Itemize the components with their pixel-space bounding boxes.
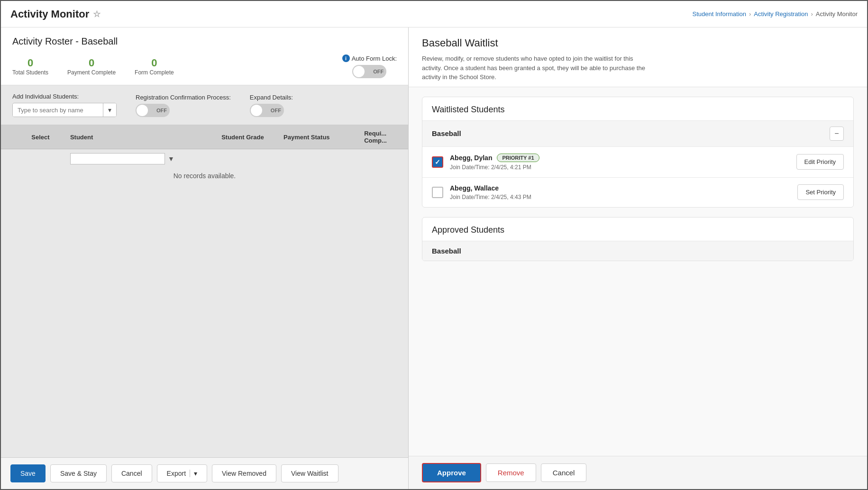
total-students-value: 0	[27, 57, 33, 69]
controls-row: Add Individual Students: ▾ Registration …	[1, 85, 408, 125]
waitlist-description: Review, modify, or remove students who h…	[422, 54, 649, 82]
auto-form-lock: i Auto Form Lock: OFF	[342, 54, 397, 78]
auto-form-lock-info-icon[interactable]: i	[342, 54, 350, 62]
auto-form-lock-toggle[interactable]: OFF	[352, 65, 386, 78]
breadcrumb-sep-2: ›	[811, 10, 813, 18]
view-removed-button[interactable]: View Removed	[212, 464, 276, 482]
auto-form-lock-toggle-label: OFF	[373, 69, 384, 74]
expand-details-label: Expand Details:	[250, 94, 293, 101]
waitlisted-student-1: ✓ Abegg, Dylan PRIORITY #1 Join Date/Tim…	[422, 146, 853, 177]
add-students-label: Add Individual Students:	[12, 93, 117, 100]
waitlisted-section-title: Waitlisted Students	[422, 97, 853, 120]
approve-button[interactable]: Approve	[422, 463, 481, 482]
filter-student-cell: ▼	[64, 149, 216, 169]
th-select: Select	[26, 125, 64, 149]
breadcrumb: Student Information › Activity Registrat…	[693, 10, 858, 18]
expand-details-group: Expand Details: OFF	[250, 94, 293, 117]
save-button[interactable]: Save	[10, 464, 46, 482]
bottom-bar: Save Save & Stay Cancel Export ▾ View Re…	[1, 457, 408, 489]
reg-confirmation-toggle[interactable]: OFF	[136, 104, 170, 117]
filter-empty-2	[26, 149, 64, 169]
left-panel: Activity Roster - Baseball 0 Total Stude…	[1, 27, 409, 489]
approved-activity-row: Baseball	[422, 241, 853, 261]
payment-complete-value: 0	[89, 57, 94, 69]
expand-details-knob	[251, 105, 262, 116]
filter-input-wrapper: ▼	[70, 153, 210, 164]
expand-details-toggle[interactable]: OFF	[250, 104, 284, 117]
view-waitlist-button[interactable]: View Waitlist	[281, 464, 338, 482]
auto-form-lock-label-row: i Auto Form Lock:	[342, 54, 397, 62]
waitlisted-student-2: ✓ Abegg, Wallace Join Date/Time: 2/4/25,…	[422, 177, 853, 207]
roster-title: Activity Roster - Baseball	[12, 36, 397, 47]
student-1-priority-badge: PRIORITY #1	[497, 154, 539, 162]
search-input[interactable]	[13, 104, 103, 117]
table-area: Select Student Student Grade Payment Sta…	[1, 125, 408, 457]
form-complete-value: 0	[151, 57, 157, 69]
roster-header: Activity Roster - Baseball 0 Total Stude…	[1, 27, 408, 85]
student-2-info: Abegg, Wallace Join Date/Time: 2/4/25, 4…	[450, 184, 791, 200]
add-students-group: Add Individual Students: ▾	[12, 93, 117, 117]
set-priority-button[interactable]: Set Priority	[797, 184, 844, 200]
page-title-area: Activity Monitor ☆	[10, 8, 101, 20]
th-payment: Payment Status	[278, 125, 358, 149]
search-dropdown-icon[interactable]: ▾	[103, 103, 116, 117]
filter-icon[interactable]: ▼	[168, 155, 174, 163]
reg-confirmation-label: Registration Confirmation Process:	[136, 94, 231, 101]
no-records-row: No records available.	[1, 168, 408, 183]
search-input-wrapper: ▾	[12, 103, 117, 117]
waitlisted-activity-row: Baseball −	[422, 120, 853, 146]
save-stay-button[interactable]: Save & Stay	[50, 464, 107, 482]
stats-row: 0 Total Students 0 Payment Complete 0 Fo…	[12, 54, 397, 78]
reg-confirmation-toggle-label: OFF	[156, 108, 167, 113]
right-panel: Baseball Waitlist Review, modify, or rem…	[409, 27, 867, 489]
filter-grade-cell	[216, 149, 278, 169]
waitlisted-students-card: Waitlisted Students Baseball − ✓ Abegg, …	[422, 97, 854, 208]
auto-form-lock-label: Auto Form Lock:	[352, 55, 397, 62]
table-filter-row: ▼	[1, 149, 408, 169]
student-1-join-date: Join Date/Time: 2/4/25, 4:21 PM	[450, 164, 790, 171]
approved-students-card: Approved Students Baseball	[422, 217, 854, 261]
reg-confirmation-knob	[137, 105, 148, 116]
student-filter-input[interactable]	[70, 153, 165, 164]
student-1-checkmark: ✓	[435, 158, 440, 166]
student-1-info: Abegg, Dylan PRIORITY #1 Join Date/Time:…	[450, 154, 790, 171]
approved-section-title: Approved Students	[422, 218, 853, 241]
collapse-waitlisted-button[interactable]: −	[830, 127, 844, 141]
waitlist-title: Baseball Waitlist	[422, 37, 854, 49]
student-1-name-row: Abegg, Dylan PRIORITY #1	[450, 154, 790, 162]
main-layout: Activity Roster - Baseball 0 Total Stude…	[1, 27, 867, 489]
export-dropdown-arrow[interactable]: ▾	[190, 470, 197, 477]
form-complete-label: Form Complete	[135, 69, 174, 76]
right-panel-header: Baseball Waitlist Review, modify, or rem…	[409, 27, 867, 87]
student-2-checkbox[interactable]: ✓	[432, 187, 443, 198]
expand-details-toggle-label: OFF	[271, 108, 281, 113]
th-grade: Student Grade	[216, 125, 278, 149]
th-student: Student	[64, 125, 216, 149]
right-panel-body: Waitlisted Students Baseball − ✓ Abegg, …	[409, 87, 867, 456]
breadcrumb-activity-registration[interactable]: Activity Registration	[754, 10, 808, 18]
student-1-name: Abegg, Dylan	[450, 154, 492, 162]
export-button[interactable]: Export ▾	[157, 464, 207, 482]
th-req-comp: Requi...Comp...	[358, 125, 408, 149]
student-2-name: Abegg, Wallace	[450, 184, 499, 192]
breadcrumb-activity-monitor: Activity Monitor	[816, 10, 858, 18]
filter-empty-1	[1, 149, 26, 169]
auto-form-lock-toggle-knob	[353, 66, 365, 77]
edit-priority-button[interactable]: Edit Priority	[796, 154, 844, 170]
reg-confirmation-group: Registration Confirmation Process: OFF	[136, 94, 231, 117]
student-1-checkbox[interactable]: ✓	[432, 156, 443, 168]
favorite-icon[interactable]: ☆	[93, 9, 101, 19]
no-records-message: No records available.	[1, 168, 408, 183]
breadcrumb-student-information[interactable]: Student Information	[693, 10, 746, 18]
right-cancel-button[interactable]: Cancel	[541, 463, 587, 482]
student-2-name-row: Abegg, Wallace	[450, 184, 791, 192]
table-header-row: Select Student Student Grade Payment Sta…	[1, 125, 408, 149]
breadcrumb-sep-1: ›	[749, 10, 751, 18]
total-students-label: Total Students	[12, 69, 48, 76]
student-2-join-date: Join Date/Time: 2/4/25, 4:43 PM	[450, 194, 791, 200]
page-title: Activity Monitor	[10, 8, 89, 20]
stat-total-students: 0 Total Students	[12, 57, 48, 76]
remove-button[interactable]: Remove	[486, 463, 536, 482]
top-header: Activity Monitor ☆ Student Information ›…	[1, 1, 867, 27]
cancel-button[interactable]: Cancel	[111, 464, 152, 482]
